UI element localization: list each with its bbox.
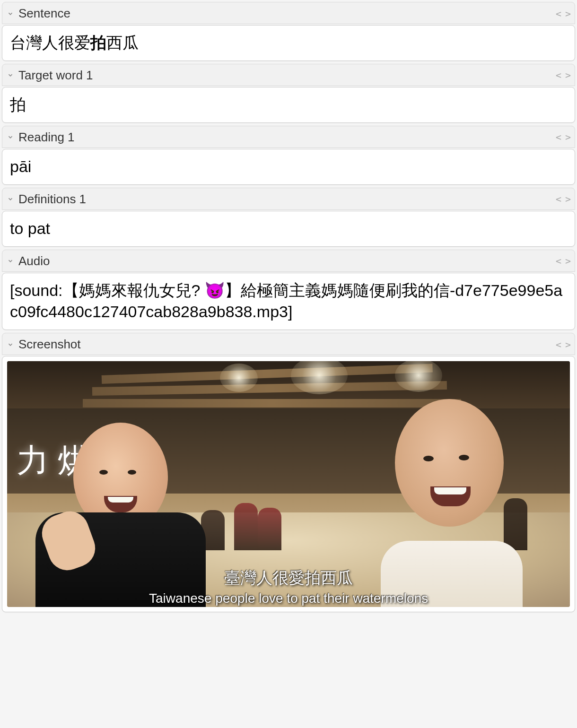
field-content-target-word[interactable]: 拍 xyxy=(2,87,575,123)
field-label: Definitions 1 xyxy=(18,192,86,207)
field-header[interactable]: Sentence < > xyxy=(2,2,575,24)
field-target-word-1: Target word 1 < > 拍 xyxy=(2,64,575,123)
field-label: Target word 1 xyxy=(18,68,93,83)
subtitle-english: Taiwanese people love to pat their water… xyxy=(7,591,570,606)
code-brackets-icon[interactable]: < > xyxy=(556,8,570,19)
field-label: Screenshot xyxy=(18,337,81,352)
code-brackets-icon[interactable]: < > xyxy=(556,131,570,143)
field-label: Sentence xyxy=(18,6,70,21)
field-header[interactable]: Target word 1 < > xyxy=(2,64,575,86)
embedded-image: 力 烘 焙 xyxy=(7,361,570,607)
chevron-down-icon[interactable] xyxy=(7,134,14,140)
field-screenshot: Screenshot < > 力 烘 焙 xyxy=(2,333,575,612)
field-label: Reading 1 xyxy=(18,130,75,145)
field-header[interactable]: Audio < > xyxy=(2,250,575,272)
chevron-down-icon[interactable] xyxy=(7,10,14,17)
chevron-down-icon[interactable] xyxy=(7,341,14,348)
chevron-down-icon[interactable] xyxy=(7,72,14,78)
code-brackets-icon[interactable]: < > xyxy=(556,69,570,81)
field-header[interactable]: Definitions 1 < > xyxy=(2,188,575,210)
code-brackets-icon[interactable]: < > xyxy=(556,255,570,267)
field-sentence: Sentence < > 台灣人很爱拍西瓜 xyxy=(2,2,575,61)
field-reading-1: Reading 1 < > pāi xyxy=(2,126,575,185)
field-definitions-1: Definitions 1 < > to pat xyxy=(2,188,575,247)
field-content-sentence[interactable]: 台灣人很爱拍西瓜 xyxy=(2,25,575,61)
field-audio: Audio < > [sound:【媽媽來報仇女兒? 😈】給極簡主義媽媽隨便刷我… xyxy=(2,250,575,330)
code-brackets-icon[interactable]: < > xyxy=(556,339,570,350)
field-content-definitions[interactable]: to pat xyxy=(2,211,575,247)
video-subtitles: 臺灣人很愛拍西瓜 Taiwanese people love to pat th… xyxy=(7,567,570,606)
field-label: Audio xyxy=(18,254,50,269)
field-header[interactable]: Screenshot < > xyxy=(2,333,575,355)
field-content-reading[interactable]: pāi xyxy=(2,149,575,185)
field-content-screenshot[interactable]: 力 烘 焙 xyxy=(2,356,575,612)
chevron-down-icon[interactable] xyxy=(7,258,14,264)
chevron-down-icon[interactable] xyxy=(7,196,14,202)
code-brackets-icon[interactable]: < > xyxy=(556,193,570,205)
subtitle-chinese: 臺灣人很愛拍西瓜 xyxy=(7,567,570,589)
field-header[interactable]: Reading 1 < > xyxy=(2,126,575,148)
field-content-audio[interactable]: [sound:【媽媽來報仇女兒? 😈】給極簡主義媽媽隨便刷我的信-d7e775e… xyxy=(2,273,575,330)
